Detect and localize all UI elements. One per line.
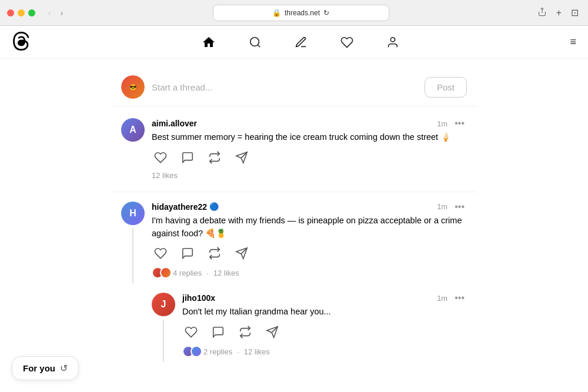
thread-line-jiho [163,320,164,362]
post-author-jiho: jiho100x [182,293,215,303]
reply-stats-hida: 4 replies · 12 likes [152,267,467,279]
forward-button[interactable]: › [57,6,67,20]
post-body-aimi: aimi.allover 1m ••• Best summer memory =… [152,118,467,187]
post-header-aimi: aimi.allover 1m ••• [152,118,467,129]
threads-logo [12,32,31,53]
app-header: ≡ [0,26,588,59]
post-actions-hida [152,244,467,262]
post-time-hida: 1m [437,202,447,211]
browser-nav: ‹ › [45,6,66,20]
post-actions-jiho [182,323,467,341]
nav-compose-button[interactable] [292,33,310,51]
avatar-hida: H [121,202,145,225]
replies-count-hida: 4 replies [173,269,202,277]
post-avatar-col-hida: H [121,202,145,284]
reply-avatar-jiho-2 [191,346,202,357]
post-header-jiho: jiho100x 1m ••• [182,293,467,303]
comment-button-hida[interactable] [179,244,196,262]
post-text-jiho: Don't let my Italian grandma hear you... [182,306,467,319]
share-button-hida[interactable] [233,244,250,262]
post-body-hida: hidayathere22 🔵 1m ••• I'm having a deba… [152,202,467,284]
replies-avatars-jiho [182,346,199,357]
comment-button-aimi[interactable] [179,149,196,166]
share-button[interactable] [535,5,549,21]
post-meta-jiho: 1m ••• [437,293,467,303]
nav-search-button[interactable] [246,33,264,51]
verified-badge-hida: 🔵 [209,202,219,211]
nav-likes-button[interactable] [338,33,356,51]
lock-icon: 🔒 [272,9,281,17]
back-button[interactable]: ‹ [45,6,55,20]
reply-stats-jiho: 2 replies · 12 likes [182,346,467,357]
nav-profile-button[interactable] [384,33,402,51]
composer-avatar: 😎 [121,75,145,99]
username-jiho: jiho100x [182,293,215,303]
avatar-aimi: A [121,118,145,142]
new-tab-button[interactable]: + [554,5,564,21]
post-avatar-col: A [121,118,145,187]
composer-input[interactable]: Start a thread... [152,82,417,92]
browser-actions: + ⊡ [535,5,581,21]
share-button-aimi[interactable] [233,149,250,166]
post-time-jiho: 1m [437,294,447,303]
post-button[interactable]: Post [425,77,467,98]
refresh-icon: ↻ [323,9,329,17]
post-author-hida: hidayathere22 🔵 [152,202,219,212]
address-bar[interactable]: 🔒 threads.net ↻ [213,5,389,21]
username-aimi: aimi.allover [152,119,197,128]
likes-jiho: 12 likes [244,347,270,356]
post-actions-aimi [152,149,467,166]
post-text-aimi: Best summer memory = hearing the ice cre… [152,131,467,144]
post-text-hida: I'm having a debate with my friends — is… [152,215,467,240]
svg-point-0 [250,37,259,46]
svg-point-1 [390,37,395,41]
post-body-jiho: jiho100x 1m ••• Don't let my Italian gra… [182,293,467,362]
username-hida: hidayathere22 [152,202,207,212]
maximize-button[interactable] [28,9,35,16]
post-stats-aimi: 12 likes [152,171,467,180]
main-content: 😎 Start a thread... Post A aimi.allover … [112,59,476,392]
composer: 😎 Start a thread... Post [112,68,476,106]
post-meta-aimi: 1m ••• [437,118,467,129]
menu-button[interactable]: ≡ [570,36,576,48]
reply-avatar-small-2 [160,267,172,279]
dot-separator: · [206,269,209,277]
repost-button-hida[interactable] [206,244,223,262]
like-button-jiho[interactable] [182,323,200,341]
like-button-aimi[interactable] [152,149,169,166]
address-bar-wrap: 🔒 threads.net ↻ [71,5,530,21]
replies-count-jiho: 2 replies [203,347,232,356]
traffic-lights [7,9,35,16]
dot-separator-jiho: · [237,347,239,356]
more-button-aimi[interactable]: ••• [452,118,467,129]
thread-post: A aimi.allover 1m ••• Best summer memory… [112,111,476,189]
repost-button-aimi[interactable] [206,149,223,166]
comment-button-jiho[interactable] [209,323,227,341]
post-meta-hida: 1m ••• [437,202,467,212]
tabs-button[interactable]: ⊡ [569,5,581,21]
minimize-button[interactable] [18,9,25,16]
my-avatar: 😎 [121,75,145,99]
close-button[interactable] [7,9,14,16]
likes-hida: 12 likes [213,269,239,277]
nav-icons [199,33,402,52]
more-button-hida[interactable]: ••• [452,202,467,212]
avatar-jiho: J [152,293,175,316]
post-divider-1 [112,192,476,192]
post-header-hida: hidayathere22 🔵 1m ••• [152,202,467,212]
for-you-label: For you [23,363,55,373]
thread-post-jiho: J jiho100x 1m ••• Don't let my Italian g… [112,286,476,364]
url-text: threads.net [285,9,320,17]
for-you-refresh-icon: ↺ [60,363,68,374]
post-avatar-col-jiho: J [152,293,175,362]
like-button-hida[interactable] [152,244,169,262]
post-author-aimi: aimi.allover [152,119,197,128]
browser-chrome: ‹ › 🔒 threads.net ↻ + ⊡ [0,0,588,26]
more-button-jiho[interactable]: ••• [452,293,467,303]
repost-button-jiho[interactable] [236,323,254,341]
nav-home-button[interactable] [199,33,218,52]
post-time-aimi: 1m [437,119,447,128]
for-you-bar[interactable]: For you ↺ [12,356,79,380]
share-button-jiho[interactable] [263,323,281,341]
thread-line-hida [132,229,133,284]
